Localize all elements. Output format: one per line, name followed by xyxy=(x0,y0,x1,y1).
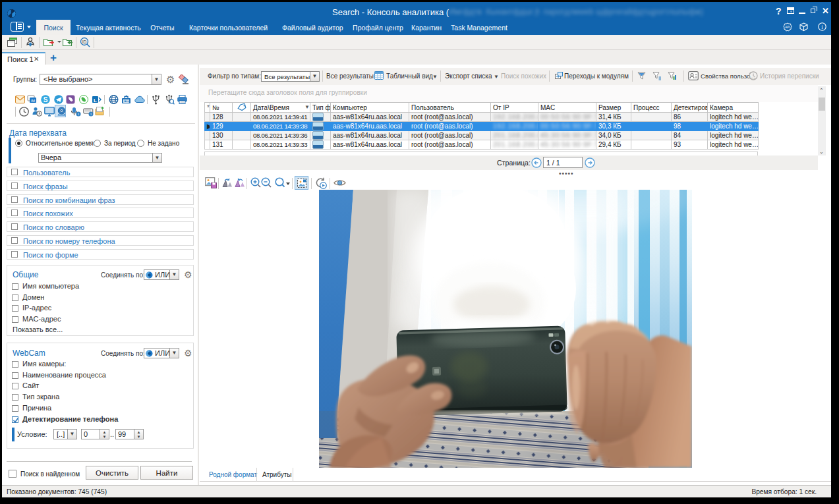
svg-text:IM: IM xyxy=(31,99,36,103)
svg-text:L: L xyxy=(94,98,97,103)
svg-text:FTP: FTP xyxy=(124,100,129,103)
svg-text:HTTP: HTTP xyxy=(110,98,117,101)
svg-text:S: S xyxy=(43,96,48,103)
svg-text:i: i xyxy=(821,24,823,30)
svg-text:API: API xyxy=(785,26,790,29)
svg-text:ID: ID xyxy=(82,40,87,44)
